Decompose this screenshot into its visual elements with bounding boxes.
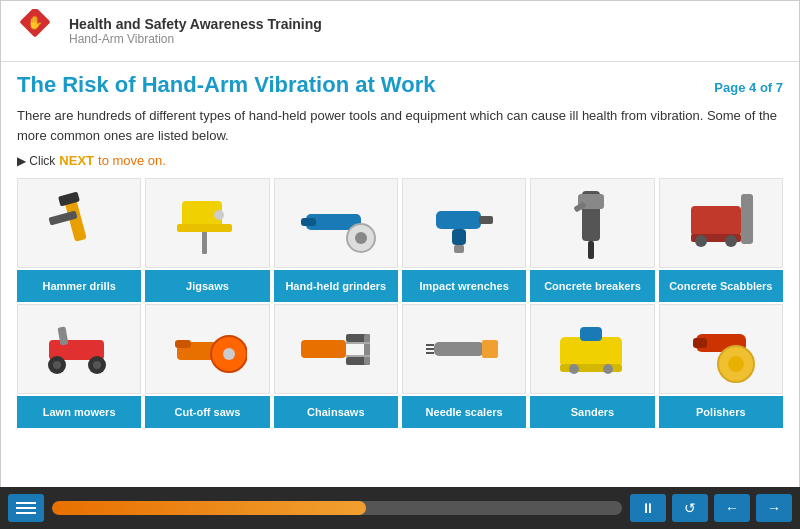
tool-item-impact-wrenches: Impact wrenches xyxy=(402,178,526,302)
svg-point-8 xyxy=(214,210,224,220)
svg-rect-55 xyxy=(693,338,707,348)
progress-bar-fill xyxy=(52,501,366,515)
tool-image-cut-off-saws xyxy=(145,304,269,394)
tool-image-concrete-scabblers xyxy=(659,178,783,268)
tools-row-1: Hammer drills Jigsaws Hand-held grinders… xyxy=(17,178,783,302)
menu-button[interactable] xyxy=(8,494,44,522)
page-description: There are hundreds of different types of… xyxy=(17,106,783,145)
svg-point-11 xyxy=(355,232,367,244)
tool-item-hand-held-grinders: Hand-held grinders xyxy=(274,178,398,302)
svg-rect-19 xyxy=(588,241,594,259)
svg-rect-7 xyxy=(177,224,232,232)
svg-text:✋: ✋ xyxy=(27,14,44,31)
tool-label-lawn-mowers: Lawn mowers xyxy=(17,396,141,428)
next-label[interactable]: NEXT xyxy=(59,153,94,168)
svg-rect-21 xyxy=(691,206,741,236)
svg-rect-49 xyxy=(580,327,602,341)
svg-point-34 xyxy=(223,348,235,360)
svg-rect-42 xyxy=(434,342,484,356)
svg-point-24 xyxy=(695,235,707,247)
svg-rect-43 xyxy=(482,340,498,358)
svg-point-30 xyxy=(53,361,61,369)
tool-image-lawn-mowers xyxy=(17,304,141,394)
tool-item-concrete-scabblers: Concrete Scabblers xyxy=(659,178,783,302)
tool-image-chainsaws xyxy=(274,304,398,394)
svg-rect-13 xyxy=(436,211,481,229)
click-next-instruction: ▶ Click NEXT to move on. xyxy=(17,153,783,168)
tool-image-impact-wrenches xyxy=(402,178,526,268)
tool-label-hammer-drills: Hammer drills xyxy=(17,270,141,302)
menu-bar-1 xyxy=(16,502,36,504)
click-next-suffix: to move on. xyxy=(98,153,166,168)
header-subtitle: Hand-Arm Vibration xyxy=(69,32,322,46)
tool-item-sanders: Sanders xyxy=(530,304,654,428)
tool-label-chainsaws: Chainsaws xyxy=(274,396,398,428)
page-heading: The Risk of Hand-Arm Vibration at Work xyxy=(17,72,435,98)
header-title: Health and Safety Awareness Training xyxy=(69,16,322,32)
heading-row: The Risk of Hand-Arm Vibration at Work P… xyxy=(17,72,783,98)
tool-label-polishers: Polishers xyxy=(659,396,783,428)
tool-item-polishers: Polishers xyxy=(659,304,783,428)
next-button[interactable]: → xyxy=(756,494,792,522)
header-text: Health and Safety Awareness Training Han… xyxy=(69,16,322,46)
svg-rect-12 xyxy=(301,218,316,226)
main-content: The Risk of Hand-Arm Vibration at Work P… xyxy=(1,62,799,446)
svg-rect-35 xyxy=(175,340,191,348)
tool-image-jigsaws xyxy=(145,178,269,268)
svg-rect-41 xyxy=(346,355,370,357)
svg-rect-40 xyxy=(346,342,370,344)
tool-label-jigsaws: Jigsaws xyxy=(145,270,269,302)
logo-icon: ✋ xyxy=(13,9,57,53)
svg-rect-36 xyxy=(301,340,346,358)
pause-button[interactable]: ⏸ xyxy=(630,494,666,522)
tool-image-hammer-drills xyxy=(17,178,141,268)
svg-rect-47 xyxy=(560,337,622,367)
footer-controls: ⏸ ↺ ← → xyxy=(630,494,792,522)
header: ✋ Health and Safety Awareness Training H… xyxy=(1,1,799,62)
svg-rect-15 xyxy=(452,229,466,245)
tools-row-2: Lawn mowers Cut-off saws Chainsaws Needl… xyxy=(17,304,783,428)
refresh-button[interactable]: ↺ xyxy=(672,494,708,522)
arrow-icon: ▶ Click xyxy=(17,154,55,168)
tool-item-concrete-breakers: Concrete breakers xyxy=(530,178,654,302)
svg-rect-22 xyxy=(741,194,753,244)
tool-item-needle-scalers: Needle scalers xyxy=(402,304,526,428)
tools-section: Hammer drills Jigsaws Hand-held grinders… xyxy=(17,178,783,428)
tool-image-needle-scalers xyxy=(402,304,526,394)
svg-rect-16 xyxy=(454,245,464,253)
tool-item-jigsaws: Jigsaws xyxy=(145,178,269,302)
svg-point-50 xyxy=(569,364,579,374)
tool-label-concrete-scabblers: Concrete Scabblers xyxy=(659,270,783,302)
svg-point-51 xyxy=(603,364,613,374)
footer: ⏸ ↺ ← → xyxy=(0,487,800,529)
svg-point-25 xyxy=(725,235,737,247)
tool-item-lawn-mowers: Lawn mowers xyxy=(17,304,141,428)
tool-label-hand-held-grinders: Hand-held grinders xyxy=(274,270,398,302)
tool-image-sanders xyxy=(530,304,654,394)
menu-bar-3 xyxy=(16,512,36,514)
svg-rect-14 xyxy=(479,216,493,224)
tool-label-sanders: Sanders xyxy=(530,396,654,428)
svg-point-31 xyxy=(93,361,101,369)
tool-image-polishers xyxy=(659,304,783,394)
tool-label-concrete-breakers: Concrete breakers xyxy=(530,270,654,302)
tool-label-needle-scalers: Needle scalers xyxy=(402,396,526,428)
progress-bar-container xyxy=(52,501,622,515)
menu-bar-2 xyxy=(16,507,36,509)
tool-item-cut-off-saws: Cut-off saws xyxy=(145,304,269,428)
tool-item-chainsaws: Chainsaws xyxy=(274,304,398,428)
tool-image-hand-held-grinders xyxy=(274,178,398,268)
svg-rect-39 xyxy=(364,334,370,365)
tool-item-hammer-drills: Hammer drills xyxy=(17,178,141,302)
svg-point-54 xyxy=(728,356,744,372)
tool-label-impact-wrenches: Impact wrenches xyxy=(402,270,526,302)
prev-button[interactable]: ← xyxy=(714,494,750,522)
tool-label-cut-off-saws: Cut-off saws xyxy=(145,396,269,428)
svg-rect-6 xyxy=(202,229,207,254)
tool-image-concrete-breakers xyxy=(530,178,654,268)
page-number: Page 4 of 7 xyxy=(714,80,783,95)
